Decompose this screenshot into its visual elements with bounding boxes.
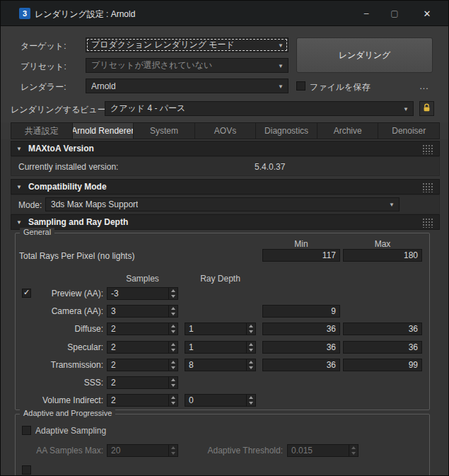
spinner-buttons[interactable] bbox=[349, 445, 358, 456]
spinner-down-icon[interactable] bbox=[247, 329, 255, 335]
drag-grip-icon bbox=[422, 182, 433, 192]
spinner-down-icon[interactable] bbox=[169, 329, 177, 335]
specular-samples-spinner[interactable]: 2 bbox=[107, 341, 178, 354]
save-file-label: ファイルを保存 bbox=[310, 81, 370, 93]
transmission-ray-depth-spinner[interactable]: 8 bbox=[185, 359, 256, 371]
renderer-dropdown-value: Arnold bbox=[91, 81, 116, 91]
spinner-buttons[interactable] bbox=[168, 359, 177, 371]
spinner-up-icon[interactable] bbox=[247, 359, 255, 365]
spinner-up-icon[interactable] bbox=[247, 342, 255, 347]
transmission-max-field[interactable]: 99 bbox=[343, 359, 422, 371]
spinner-buttons[interactable] bbox=[246, 359, 255, 371]
preset-dropdown-value: プリセットが選択されていない bbox=[91, 59, 212, 71]
spinner-down-icon[interactable] bbox=[169, 311, 177, 317]
adaptive-threshold-label: Adaptive Threshold: bbox=[189, 444, 283, 457]
spinner-up-icon[interactable] bbox=[169, 288, 177, 294]
title-bar[interactable]: 3 レンダリング設定 : Arnold – ▢ ✕ bbox=[1, 1, 448, 26]
render-setup-tabs: 共通設定 Arnold Renderer System AOVs Diagnos… bbox=[11, 122, 440, 139]
spinner-down-icon[interactable] bbox=[247, 347, 255, 353]
renderer-label: レンダラー: bbox=[21, 81, 66, 93]
spinner-buttons[interactable] bbox=[246, 342, 255, 353]
renderer-dropdown[interactable]: Arnold ▼ bbox=[86, 79, 288, 93]
transmission-samples-spinner[interactable]: 2 bbox=[107, 359, 178, 371]
spinner-buttons[interactable] bbox=[168, 323, 177, 335]
specular-max-field[interactable]: 36 bbox=[343, 341, 422, 354]
save-file-checkbox[interactable] bbox=[296, 81, 305, 91]
spinner-buttons[interactable] bbox=[168, 342, 177, 353]
spinner-buttons[interactable] bbox=[246, 395, 255, 406]
spinner-up-icon[interactable] bbox=[169, 359, 177, 365]
spinner-buttons[interactable] bbox=[246, 323, 255, 335]
chevron-down-icon: ▼ bbox=[278, 62, 284, 69]
spinner-up-icon[interactable] bbox=[169, 323, 177, 329]
maximize-button[interactable]: ▢ bbox=[383, 1, 407, 26]
total-rays-min-field[interactable]: 117 bbox=[262, 249, 340, 262]
spinner-down-icon[interactable] bbox=[169, 383, 177, 388]
volume-indirect-ray-depth-spinner[interactable]: 0 bbox=[185, 394, 256, 407]
render-button[interactable]: レンダリング bbox=[296, 37, 433, 73]
lock-viewport-button[interactable] bbox=[419, 101, 434, 116]
adaptive-sampling-checkbox[interactable] bbox=[22, 426, 31, 435]
tab-aovs[interactable]: AOVs bbox=[195, 123, 257, 139]
compatibility-mode-value: 3ds Max Maps Support bbox=[51, 199, 138, 209]
tab-arnold-renderer[interactable]: Arnold Renderer bbox=[73, 123, 134, 139]
spinner-buttons[interactable] bbox=[168, 377, 177, 388]
adaptive-sampling-label: Adaptive Sampling bbox=[35, 426, 106, 436]
specular-min-field[interactable]: 36 bbox=[262, 341, 340, 354]
tab-archive[interactable]: Archive bbox=[317, 123, 379, 139]
spinner-buttons[interactable] bbox=[168, 395, 177, 406]
total-rays-max-field[interactable]: 180 bbox=[343, 249, 422, 262]
spinner-up-icon[interactable] bbox=[247, 323, 255, 329]
spinner-down-icon[interactable] bbox=[247, 365, 255, 371]
spinner-up-icon[interactable] bbox=[169, 306, 177, 311]
transmission-min-field[interactable]: 36 bbox=[262, 359, 340, 371]
rollout-header-sampling-ray-depth[interactable]: ▼ Sampling and Ray Depth bbox=[11, 214, 440, 230]
minimize-button[interactable]: – bbox=[354, 1, 378, 26]
spinner-up-icon[interactable] bbox=[169, 395, 177, 400]
spinner-down-icon[interactable] bbox=[169, 294, 177, 299]
tab-common[interactable]: 共通設定 bbox=[11, 123, 73, 139]
compatibility-mode-dropdown[interactable]: 3ds Max Maps Support ▼ bbox=[45, 197, 400, 211]
diffuse-min-field[interactable]: 36 bbox=[262, 323, 340, 335]
spinner-down-icon[interactable] bbox=[349, 451, 358, 456]
tab-diagnostics[interactable]: Diagnostics bbox=[256, 123, 317, 139]
diffuse-ray-depth-spinner[interactable]: 1 bbox=[185, 323, 256, 335]
diffuse-samples-spinner[interactable]: 2 bbox=[107, 323, 178, 335]
camera-aa-min-field[interactable]: 9 bbox=[262, 305, 340, 318]
partially-visible-checkbox[interactable] bbox=[22, 465, 31, 475]
spinner-down-icon[interactable] bbox=[169, 451, 177, 456]
spinner-up-icon[interactable] bbox=[169, 377, 177, 383]
tab-system[interactable]: System bbox=[134, 123, 195, 139]
tab-denoiser[interactable]: Denoiser bbox=[378, 123, 439, 139]
aa-samples-max-spinner[interactable]: 20 bbox=[107, 444, 178, 457]
spinner-down-icon[interactable] bbox=[247, 400, 255, 406]
preset-dropdown[interactable]: プリセットが選択されていない ▼ bbox=[86, 58, 288, 73]
more-options-button[interactable]: ... bbox=[414, 79, 434, 93]
spinner-down-icon[interactable] bbox=[169, 400, 177, 406]
volume-indirect-samples-spinner[interactable]: 2 bbox=[107, 394, 178, 407]
specular-ray-depth-spinner[interactable]: 1 bbox=[185, 341, 256, 354]
viewport-dropdown[interactable]: クアッド 4 - パース ▼ bbox=[105, 101, 414, 116]
spinner-up-icon[interactable] bbox=[169, 342, 177, 347]
spinner-buttons[interactable] bbox=[168, 288, 177, 299]
camera-aa-samples-spinner[interactable]: 3 bbox=[107, 305, 178, 318]
adaptive-threshold-spinner[interactable]: 0.015 bbox=[287, 444, 358, 457]
target-label: ターゲット: bbox=[21, 40, 66, 52]
diffuse-max-field[interactable]: 36 bbox=[343, 323, 422, 335]
rollout-header-compatibility-mode[interactable]: ▼ Compatibility Mode bbox=[11, 179, 440, 195]
spinner-up-icon[interactable] bbox=[349, 445, 358, 451]
general-group: General Min Max Total Rays Per Pixel (no… bbox=[15, 233, 430, 410]
spinner-buttons[interactable] bbox=[168, 306, 177, 317]
spinner-down-icon[interactable] bbox=[169, 347, 177, 353]
samples-column-header: Samples bbox=[107, 274, 178, 284]
spinner-up-icon[interactable] bbox=[247, 395, 255, 400]
preview-aa-samples-spinner[interactable]: -3 bbox=[107, 287, 178, 300]
drag-grip-icon bbox=[422, 218, 433, 228]
spinner-down-icon[interactable] bbox=[169, 365, 177, 371]
rollout-header-maxtoa-version[interactable]: ▼ MAXtoA Version bbox=[11, 141, 440, 156]
spinner-up-icon[interactable] bbox=[169, 445, 177, 451]
close-button[interactable]: ✕ bbox=[410, 1, 444, 26]
target-dropdown[interactable]: プロダクション レンダリング モード ▼ bbox=[86, 37, 288, 52]
spinner-buttons[interactable] bbox=[168, 445, 177, 456]
sss-samples-spinner[interactable]: 2 bbox=[107, 376, 178, 389]
